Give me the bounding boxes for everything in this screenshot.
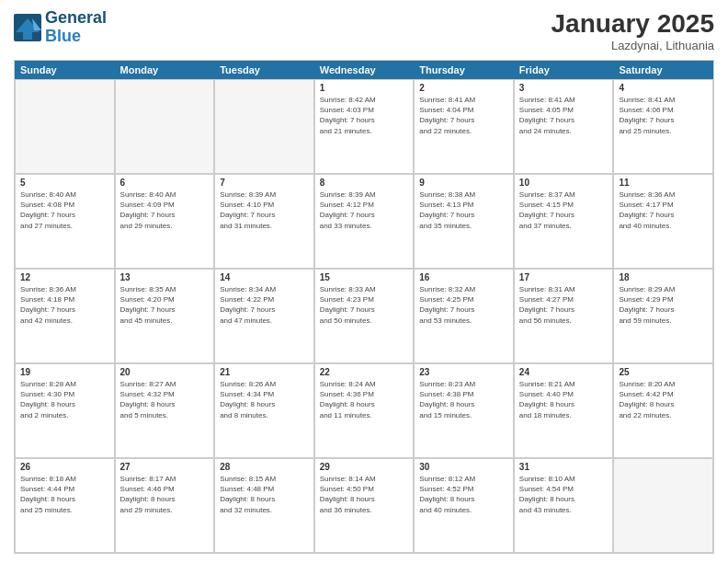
cell-date: 31 [519,462,609,472]
calendar-cell: 26Sunrise: 8:18 AM Sunset: 4:44 PM Dayli… [15,458,115,553]
logo: General Blue [14,9,107,46]
cell-date: 21 [220,367,309,377]
cell-date: 6 [120,178,210,188]
calendar-cell: 8Sunrise: 8:39 AM Sunset: 4:12 PM Daylig… [314,174,415,269]
cell-info: Sunrise: 8:18 AM Sunset: 4:44 PM Dayligh… [20,474,109,515]
calendar-cell: 4Sunrise: 8:41 AM Sunset: 4:06 PM Daylig… [613,79,713,174]
calendar-cell: 10Sunrise: 8:37 AM Sunset: 4:15 PM Dayli… [514,174,614,269]
cell-date: 23 [419,367,508,377]
calendar-cell: 22Sunrise: 8:24 AM Sunset: 4:36 PM Dayli… [314,363,415,458]
calendar-cell: 19Sunrise: 8:28 AM Sunset: 4:30 PM Dayli… [15,363,115,458]
day-header-thursday: Thursday [414,61,514,79]
cell-date: 3 [519,83,609,93]
title-area: January 2025 Lazdynai, Lithuania [552,9,714,52]
cell-info: Sunrise: 8:17 AM Sunset: 4:46 PM Dayligh… [120,474,210,515]
cell-date: 4 [619,83,708,93]
cell-info: Sunrise: 8:23 AM Sunset: 4:38 PM Dayligh… [419,379,508,420]
cell-date: 30 [419,462,508,472]
cell-date: 1 [320,83,409,93]
day-header-friday: Friday [514,61,614,79]
cell-date: 27 [120,462,210,472]
logo-line2: Blue [45,27,81,45]
page: General Blue January 2025 Lazdynai, Lith… [0,0,728,563]
cell-info: Sunrise: 8:29 AM Sunset: 4:29 PM Dayligh… [619,284,708,326]
cell-info: Sunrise: 8:24 AM Sunset: 4:36 PM Dayligh… [320,379,409,420]
calendar-cell: 3Sunrise: 8:41 AM Sunset: 4:05 PM Daylig… [514,79,614,174]
calendar-cell: 1Sunrise: 8:42 AM Sunset: 4:03 PM Daylig… [314,79,415,174]
cell-info: Sunrise: 8:35 AM Sunset: 4:20 PM Dayligh… [120,284,210,326]
cell-date: 10 [519,178,609,188]
logo-icon [14,14,41,41]
cell-info: Sunrise: 8:40 AM Sunset: 4:09 PM Dayligh… [120,190,210,231]
cell-info: Sunrise: 8:28 AM Sunset: 4:30 PM Dayligh… [20,379,109,420]
calendar-cell: 25Sunrise: 8:20 AM Sunset: 4:42 PM Dayli… [613,363,713,458]
cell-info: Sunrise: 8:27 AM Sunset: 4:32 PM Dayligh… [120,379,210,420]
calendar-cell: 24Sunrise: 8:21 AM Sunset: 4:40 PM Dayli… [514,363,614,458]
calendar-cell: 21Sunrise: 8:26 AM Sunset: 4:34 PM Dayli… [214,363,314,458]
day-header-saturday: Saturday [613,61,713,79]
calendar-cell: 13Sunrise: 8:35 AM Sunset: 4:20 PM Dayli… [115,269,215,363]
cell-info: Sunrise: 8:42 AM Sunset: 4:03 PM Dayligh… [320,95,409,136]
cell-info: Sunrise: 8:15 AM Sunset: 4:48 PM Dayligh… [220,474,309,515]
cell-info: Sunrise: 8:38 AM Sunset: 4:13 PM Dayligh… [419,190,508,231]
cell-date: 16 [419,272,508,282]
cell-date: 20 [120,367,210,377]
cell-date: 22 [320,367,409,377]
cell-info: Sunrise: 8:39 AM Sunset: 4:10 PM Dayligh… [220,190,309,231]
cell-info: Sunrise: 8:20 AM Sunset: 4:42 PM Dayligh… [619,379,708,420]
calendar-cell: 15Sunrise: 8:33 AM Sunset: 4:23 PM Dayli… [314,269,415,363]
calendar-cell: 16Sunrise: 8:32 AM Sunset: 4:25 PM Dayli… [414,269,514,363]
cell-info: Sunrise: 8:40 AM Sunset: 4:08 PM Dayligh… [20,190,109,231]
cell-date: 26 [20,462,109,472]
calendar-cell: 6Sunrise: 8:40 AM Sunset: 4:09 PM Daylig… [115,174,215,269]
cell-info: Sunrise: 8:31 AM Sunset: 4:27 PM Dayligh… [519,284,609,326]
month-title: January 2025 [552,9,714,39]
calendar-cell: 14Sunrise: 8:34 AM Sunset: 4:22 PM Dayli… [214,269,314,363]
calendar-cell: 12Sunrise: 8:36 AM Sunset: 4:18 PM Dayli… [15,269,115,363]
day-header-sunday: Sunday [15,61,115,79]
cell-date: 18 [619,272,708,282]
cell-info: Sunrise: 8:37 AM Sunset: 4:15 PM Dayligh… [519,190,609,231]
calendar-cell: 23Sunrise: 8:23 AM Sunset: 4:38 PM Dayli… [414,363,514,458]
cell-date: 14 [220,272,309,282]
cell-date: 8 [320,178,409,188]
cell-date: 24 [519,367,609,377]
location: Lazdynai, Lithuania [552,39,714,52]
calendar-cell: 30Sunrise: 8:12 AM Sunset: 4:52 PM Dayli… [414,458,514,553]
cell-info: Sunrise: 8:34 AM Sunset: 4:22 PM Dayligh… [220,284,309,326]
cell-date: 12 [20,272,109,282]
calendar-cell: 20Sunrise: 8:27 AM Sunset: 4:32 PM Dayli… [115,363,215,458]
calendar-cell: 17Sunrise: 8:31 AM Sunset: 4:27 PM Dayli… [514,269,614,363]
cell-info: Sunrise: 8:36 AM Sunset: 4:18 PM Dayligh… [20,284,109,326]
calendar-cell: 11Sunrise: 8:36 AM Sunset: 4:17 PM Dayli… [613,174,713,269]
calendar-cell: 18Sunrise: 8:29 AM Sunset: 4:29 PM Dayli… [613,269,713,363]
cell-date: 15 [320,272,409,282]
cell-info: Sunrise: 8:10 AM Sunset: 4:54 PM Dayligh… [519,474,609,515]
cell-date: 17 [519,272,609,282]
day-header-monday: Monday [115,61,215,79]
cell-info: Sunrise: 8:14 AM Sunset: 4:50 PM Dayligh… [320,474,409,515]
cell-info: Sunrise: 8:33 AM Sunset: 4:23 PM Dayligh… [320,284,409,326]
day-header-wednesday: Wednesday [314,61,415,79]
day-header-tuesday: Tuesday [214,61,314,79]
cell-date: 29 [320,462,409,472]
cell-info: Sunrise: 8:39 AM Sunset: 4:12 PM Dayligh… [320,190,409,231]
calendar-cell [214,79,314,174]
cell-info: Sunrise: 8:41 AM Sunset: 4:05 PM Dayligh… [519,95,609,136]
cell-info: Sunrise: 8:26 AM Sunset: 4:34 PM Dayligh… [220,379,309,420]
calendar-cell [115,79,215,174]
calendar-cell: 5Sunrise: 8:40 AM Sunset: 4:08 PM Daylig… [15,174,115,269]
cell-info: Sunrise: 8:36 AM Sunset: 4:17 PM Dayligh… [619,190,708,231]
cell-info: Sunrise: 8:41 AM Sunset: 4:04 PM Dayligh… [419,95,508,136]
calendar-cell: 27Sunrise: 8:17 AM Sunset: 4:46 PM Dayli… [115,458,215,553]
calendar-cell: 28Sunrise: 8:15 AM Sunset: 4:48 PM Dayli… [214,458,314,553]
calendar-cell [613,458,713,553]
cell-date: 7 [220,178,309,188]
header: General Blue January 2025 Lazdynai, Lith… [14,9,714,52]
cell-info: Sunrise: 8:21 AM Sunset: 4:40 PM Dayligh… [519,379,609,420]
calendar-cell: 7Sunrise: 8:39 AM Sunset: 4:10 PM Daylig… [214,174,314,269]
calendar-cell: 29Sunrise: 8:14 AM Sunset: 4:50 PM Dayli… [314,458,415,553]
cell-date: 19 [20,367,109,377]
logo-text: General Blue [45,9,107,46]
calendar-grid: 1Sunrise: 8:42 AM Sunset: 4:03 PM Daylig… [15,79,713,553]
